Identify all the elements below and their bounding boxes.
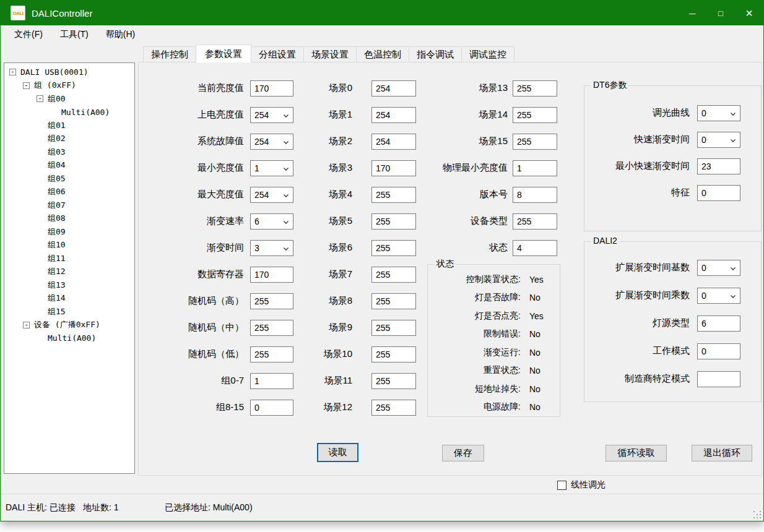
scene-10-input[interactable]: 255 bbox=[371, 346, 416, 363]
tab-parameter-settings[interactable]: 参数设置 bbox=[196, 45, 251, 62]
field-scene-13: 场景13255 bbox=[399, 75, 557, 101]
read-button[interactable]: 读取 bbox=[317, 443, 358, 462]
group-8-15-input[interactable]: 0 bbox=[250, 400, 293, 416]
data-register-input[interactable]: 170 bbox=[250, 267, 293, 283]
tree-item-dali-usb-0001[interactable]: -DALI USB(0001) bbox=[4, 66, 134, 79]
tree-item-group-09[interactable]: 组09 bbox=[4, 225, 134, 239]
version-number-label: 版本号 bbox=[399, 189, 508, 200]
scene-13-input[interactable]: 255 bbox=[513, 80, 557, 97]
field-min-fast-fade-time: 最小快速渐变时间23 bbox=[584, 153, 761, 179]
min-fast-fade-time-input[interactable]: 23 bbox=[697, 158, 740, 174]
tree-item-device-multi-a00[interactable]: Multi(A00) bbox=[4, 332, 134, 345]
tree-item-group-13[interactable]: 组13 bbox=[4, 278, 134, 292]
status-value-input[interactable]: 4 bbox=[513, 240, 557, 256]
scene-8-input[interactable]: 255 bbox=[371, 293, 416, 309]
light-source-type-label: 灯源类型 bbox=[584, 317, 690, 329]
linear-dimming-checkbox[interactable] bbox=[557, 481, 566, 490]
maximize-button[interactable]: □ bbox=[706, 1, 735, 25]
loop-read-button[interactable]: 循环读取 bbox=[606, 445, 667, 461]
random-code-low-input[interactable]: 255 bbox=[250, 346, 293, 363]
menu-file[interactable]: 文件(F) bbox=[6, 27, 51, 43]
tree-item-group-05[interactable]: 组05 bbox=[4, 172, 134, 186]
scene-15-input[interactable]: 255 bbox=[513, 134, 557, 150]
tree-item-group-01[interactable]: 组01 bbox=[4, 119, 134, 132]
device-type-input[interactable]: 255 bbox=[513, 213, 557, 230]
fade-time-combobox[interactable]: 3 bbox=[250, 240, 293, 256]
tree-item-group-12[interactable]: 组12 bbox=[4, 265, 134, 279]
current-brightness-input[interactable]: 170 bbox=[250, 80, 293, 97]
field-group-0-7: 组0-71 bbox=[163, 367, 293, 394]
scene-7-input[interactable]: 255 bbox=[371, 267, 416, 283]
tree-label: 组06 bbox=[48, 186, 66, 197]
dimming-curve-combobox[interactable]: 0 bbox=[697, 105, 740, 121]
field-scene-10: 场景10255 bbox=[306, 341, 416, 367]
tree-item-group-03[interactable]: 组03 bbox=[4, 145, 134, 159]
group-0-7-input[interactable]: 1 bbox=[250, 373, 293, 389]
limit-error-label: 限制错误: bbox=[428, 328, 521, 340]
tree-item-group-00-multi-a00[interactable]: Multi(A00) bbox=[4, 106, 134, 119]
tab-command-debug[interactable]: 指令调试 bbox=[409, 46, 462, 62]
menu-tools[interactable]: 工具(T) bbox=[51, 27, 97, 43]
tree-item-group-02[interactable]: 组02 bbox=[4, 132, 134, 146]
fade-rate-label: 渐变速率 bbox=[163, 215, 244, 227]
tree-item-group-08[interactable]: 组08 bbox=[4, 212, 134, 226]
fast-fade-time-combobox[interactable]: 0 bbox=[697, 132, 740, 148]
tab-color-temperature-control[interactable]: 色温控制 bbox=[356, 46, 409, 62]
tab-debug-monitor[interactable]: 调试监控 bbox=[461, 46, 514, 62]
chevron-down-icon bbox=[731, 265, 736, 270]
scene-9-input[interactable]: 255 bbox=[371, 320, 416, 336]
extended-fade-time-multiplier-combobox[interactable]: 0 bbox=[697, 288, 740, 304]
physical-min-brightness-input[interactable]: 1 bbox=[513, 160, 557, 176]
tree-item-group-15[interactable]: 组15 bbox=[4, 305, 134, 319]
collapse-icon[interactable]: - bbox=[37, 95, 43, 102]
menu-help[interactable]: 帮助(H) bbox=[97, 27, 144, 43]
save-button[interactable]: 保存 bbox=[442, 445, 484, 461]
tree-item-group-06[interactable]: 组06 bbox=[4, 186, 134, 199]
tab-grouping-settings[interactable]: 分组设置 bbox=[251, 46, 304, 62]
tree-item-group-11[interactable]: 组11 bbox=[4, 252, 134, 265]
basic-params-column: 当前亮度值170上电亮度值254系统故障值254最小亮度值1最大亮度值254渐变… bbox=[163, 75, 293, 421]
manufacturer-specific-mode-input[interactable] bbox=[697, 371, 740, 387]
extended-fade-time-base-combobox[interactable]: 0 bbox=[697, 260, 740, 276]
max-brightness-value: 254 bbox=[254, 190, 269, 200]
tree-item-group-07[interactable]: 组07 bbox=[4, 199, 134, 212]
field-dimming-curve: 调光曲线0 bbox=[584, 100, 761, 126]
scene-14-input[interactable]: 255 bbox=[513, 107, 557, 123]
tree-item-group-10[interactable]: 组10 bbox=[4, 239, 134, 252]
scene-11-input[interactable]: 255 bbox=[371, 373, 416, 389]
field-random-code-high: 随机码（高）255 bbox=[163, 288, 293, 314]
field-manufacturer-specific-mode: 制造商特定模式 bbox=[584, 365, 761, 393]
tree-item-group-0xff[interactable]: -组 (0xFF) bbox=[4, 79, 134, 93]
collapse-icon[interactable]: - bbox=[23, 82, 30, 89]
tab-operation-control[interactable]: 操作控制 bbox=[143, 46, 196, 62]
feature-label: 特征 bbox=[584, 187, 690, 199]
operating-mode-input[interactable]: 0 bbox=[697, 343, 740, 359]
max-brightness-combobox[interactable]: 254 bbox=[250, 187, 293, 203]
version-number-input[interactable]: 8 bbox=[513, 187, 557, 203]
random-code-high-input[interactable]: 255 bbox=[250, 293, 293, 309]
scene-12-input[interactable]: 255 bbox=[371, 400, 416, 416]
fade-rate-combobox[interactable]: 6 bbox=[250, 213, 293, 230]
exit-loop-button[interactable]: 退出循环 bbox=[692, 445, 752, 461]
tree-label: 组00 bbox=[48, 93, 66, 105]
app-icon: DALI bbox=[11, 6, 25, 20]
power-on-brightness-combobox[interactable]: 254 bbox=[250, 107, 293, 123]
tab-scene-settings[interactable]: 场景设置 bbox=[303, 46, 357, 62]
tree-item-group-00[interactable]: -组00 bbox=[4, 92, 134, 106]
collapse-icon[interactable]: - bbox=[23, 322, 30, 328]
group-0-7-label: 组0-7 bbox=[163, 375, 244, 387]
system-failure-value-combobox[interactable]: 254 bbox=[250, 134, 293, 150]
random-code-mid-input[interactable]: 255 bbox=[250, 320, 293, 336]
collapse-icon[interactable]: - bbox=[9, 69, 16, 75]
feature-input[interactable]: 0 bbox=[697, 185, 740, 201]
light-source-type-input[interactable]: 6 bbox=[697, 315, 740, 332]
tree-label: 组08 bbox=[48, 213, 66, 224]
min-brightness-combobox[interactable]: 1 bbox=[250, 160, 293, 176]
tree-item-group-04[interactable]: 组04 bbox=[4, 159, 134, 173]
scene-3-label: 场景3 bbox=[306, 162, 352, 174]
tree-item-device-broadcast-0xff[interactable]: -设备 (广播0xFF) bbox=[4, 319, 134, 332]
resize-grip-icon[interactable] bbox=[753, 511, 761, 518]
tree-item-group-14[interactable]: 组14 bbox=[4, 292, 134, 306]
close-button[interactable]: × bbox=[735, 1, 763, 25]
minimize-button[interactable]: ─ bbox=[678, 1, 706, 25]
